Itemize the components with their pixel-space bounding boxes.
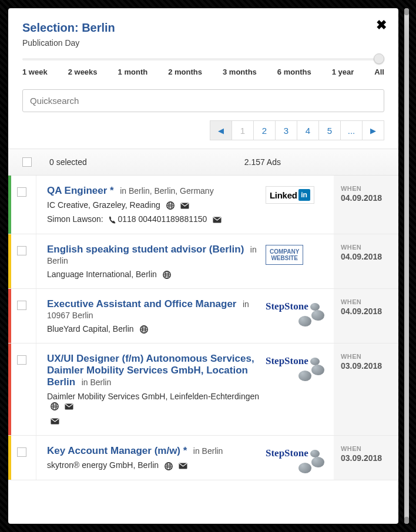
- contact-number: 0118 004401189881150: [118, 214, 207, 224]
- stepstone-stone-icon: [298, 316, 311, 326]
- company-text: IC Creative, Grazeley, Reading: [47, 200, 160, 210]
- stepstone-stone-icon: [311, 310, 324, 321]
- globe-icon[interactable]: [51, 402, 59, 410]
- row-when-cell: WHEN04.09.2018: [334, 176, 398, 234]
- globe-icon[interactable]: [140, 325, 148, 334]
- stepstone-logo[interactable]: StepStone: [266, 446, 324, 473]
- company-line: Language International, Berlin: [47, 270, 260, 279]
- stepstone-stone-icon: [311, 365, 324, 375]
- slider-label[interactable]: 2 weeks: [68, 68, 98, 76]
- job-title-link[interactable]: Key Account Manager (m/w) *: [47, 445, 187, 456]
- result-row: Key Account Manager (m/w) * in Berlinsky…: [8, 436, 398, 480]
- contact-name: Simon Lawson:: [47, 214, 103, 224]
- page-button[interactable]: 3: [275, 120, 297, 140]
- company-line: BlueYard Capital, Berlin: [47, 324, 260, 334]
- page-button[interactable]: 4: [297, 120, 319, 140]
- publication-day-label: Publication Day: [22, 38, 384, 48]
- page-button[interactable]: 2: [253, 120, 276, 140]
- scrollbar-track: [404, 8, 409, 524]
- mail-icon[interactable]: [179, 463, 187, 469]
- close-button[interactable]: ✖: [375, 19, 388, 32]
- stepstone-logo[interactable]: StepStone: [266, 299, 324, 326]
- stepstone-stone-icon: [310, 303, 320, 311]
- job-location: in Berlin: [193, 446, 223, 456]
- row-checkbox[interactable]: [17, 246, 26, 255]
- mail-icon[interactable]: [65, 403, 73, 410]
- globe-icon[interactable]: [166, 201, 175, 210]
- row-check-cell: [11, 234, 36, 288]
- stepstone-stone-icon: [311, 457, 324, 467]
- stepstone-stone-icon: [298, 371, 311, 381]
- mail-icon[interactable]: [180, 203, 189, 209]
- linkedin-text: Linked: [270, 190, 297, 200]
- job-title-link[interactable]: QA Engineer *: [47, 185, 114, 196]
- row-when-cell: WHEN04.09.2018: [334, 289, 398, 343]
- row-checkbox[interactable]: [17, 301, 26, 310]
- contact-line: Simon Lawson: 0118 004401189881150: [47, 214, 260, 224]
- slider-label[interactable]: 6 months: [277, 68, 311, 76]
- linkedin-logo[interactable]: Linkedin: [266, 186, 314, 204]
- row-checkbox[interactable]: [17, 447, 26, 457]
- company-website-badge[interactable]: COMPANYWEBSITE: [266, 245, 303, 265]
- dialog-title: Selection: Berlin: [22, 21, 384, 35]
- scrollbar-thumb[interactable]: [404, 8, 409, 15]
- row-when-cell: WHEN03.09.2018: [334, 436, 398, 479]
- result-row: QA Engineer * in Berlin, Berlin, Germany…: [8, 176, 398, 234]
- row-logo-cell: StepStone: [266, 436, 334, 479]
- job-title-link[interactable]: English speaking student advisor (Berlin…: [47, 244, 244, 255]
- when-label: WHEN: [341, 185, 391, 192]
- results-list: QA Engineer * in Berlin, Berlin, Germany…: [8, 176, 398, 524]
- phone-icon: [109, 216, 116, 224]
- row-main: Key Account Manager (m/w) * in Berlinsky…: [36, 436, 266, 479]
- company-line: IC Creative, Grazeley, Reading: [47, 200, 260, 210]
- when-date: 03.09.2018: [341, 361, 391, 371]
- result-row: Executive Assistant and Office Manager i…: [8, 289, 398, 344]
- slider-label[interactable]: 3 months: [223, 68, 257, 76]
- stepstone-text: StepStone: [266, 301, 308, 312]
- select-all-checkbox[interactable]: [22, 157, 32, 167]
- job-title-link[interactable]: Executive Assistant and Office Manager: [47, 298, 236, 309]
- when-label: WHEN: [341, 244, 391, 251]
- extra-icons: [47, 415, 260, 426]
- row-check-cell: [11, 289, 36, 343]
- row-main: UX/UI Designer (f/m) Autonomous Services…: [36, 344, 266, 435]
- mail-icon[interactable]: [213, 217, 222, 223]
- page-next-button[interactable]: ▶: [362, 120, 384, 140]
- slider-label[interactable]: 1 week: [22, 68, 48, 76]
- when-label: WHEN: [341, 298, 391, 305]
- slider-label[interactable]: 1 month: [118, 68, 148, 76]
- globe-icon[interactable]: [165, 462, 173, 470]
- stepstone-logo[interactable]: StepStone: [266, 354, 324, 381]
- row-when-cell: WHEN04.09.2018: [334, 234, 398, 288]
- slider-handle[interactable]: [374, 53, 384, 64]
- row-main: Executive Assistant and Office Manager i…: [36, 289, 266, 343]
- company-text: BlueYard Capital, Berlin: [47, 324, 134, 334]
- scrollbar-thumb[interactable]: [404, 517, 409, 524]
- row-checkbox[interactable]: [17, 187, 26, 197]
- slider-label[interactable]: 1 year: [332, 68, 354, 76]
- page-button[interactable]: 1: [232, 120, 254, 140]
- job-location: in Berlin, Berlin, Germany: [120, 186, 214, 196]
- ads-count: 2.157 Ads: [244, 157, 281, 167]
- when-date: 03.09.2018: [341, 453, 391, 463]
- page-prev-button[interactable]: ◀: [210, 120, 232, 140]
- slider-label[interactable]: 2 months: [168, 68, 202, 76]
- outer-scrollbar[interactable]: [404, 8, 409, 524]
- company-text: skytron® energy GmbH, Berlin: [47, 460, 159, 470]
- stepstone-text: StepStone: [266, 355, 308, 367]
- row-checkbox[interactable]: [17, 355, 26, 365]
- stepstone-stone-icon: [298, 463, 311, 473]
- job-title-link[interactable]: UX/UI Designer (f/m) Autonomous Services…: [47, 353, 254, 388]
- company-line: Daimler Mobility Services GmbH, Leinfeld…: [47, 392, 260, 410]
- globe-icon[interactable]: [163, 271, 171, 279]
- date-range-slider[interactable]: [22, 56, 384, 63]
- row-check-cell: [11, 436, 36, 479]
- page-button[interactable]: 5: [318, 120, 341, 140]
- when-date: 04.09.2018: [341, 307, 391, 316]
- slider-label[interactable]: All: [374, 68, 384, 76]
- quicksearch-input[interactable]: [22, 89, 384, 112]
- stepstone-text: StepStone: [266, 447, 308, 459]
- row-check-cell: [11, 344, 36, 435]
- mail-icon[interactable]: [51, 418, 59, 425]
- page-ellipsis[interactable]: ...: [340, 120, 363, 140]
